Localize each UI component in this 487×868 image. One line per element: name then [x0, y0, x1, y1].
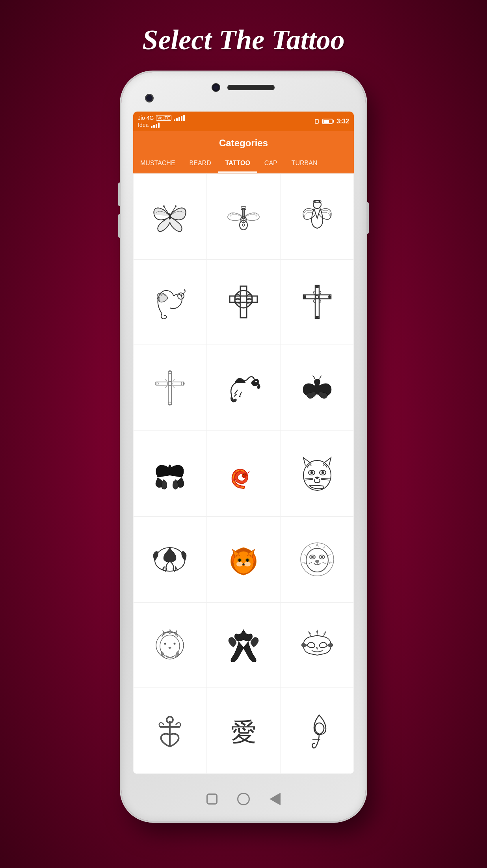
tab-cap[interactable]: CAP	[257, 155, 284, 173]
svg-line-47	[305, 479, 313, 480]
svg-point-14	[313, 201, 321, 209]
tattoo-item-dragon-horse[interactable]	[133, 259, 207, 345]
svg-line-31	[165, 379, 167, 381]
carrier2-label: Idea	[138, 122, 149, 128]
camera-area	[212, 84, 275, 91]
power-button[interactable]	[366, 202, 369, 234]
svg-point-55	[238, 559, 241, 562]
tattoo-item-tiger-flames[interactable]	[207, 516, 281, 602]
phone-frame: Jio 4G VoLTE Idea	[121, 72, 366, 821]
svg-point-73	[174, 643, 176, 644]
svg-line-34	[173, 386, 175, 388]
side-camera-icon	[145, 94, 154, 102]
signal-bars-2	[151, 123, 160, 128]
tattoo-item-wolf-tribal[interactable]	[133, 516, 207, 602]
volume-up-button[interactable]	[118, 183, 121, 206]
phone-screen: Jio 4G VoLTE Idea	[133, 112, 354, 774]
svg-point-5	[175, 205, 177, 207]
svg-point-67	[322, 562, 323, 563]
status-time: 3:32	[336, 118, 349, 125]
tattoo-item-butterfly[interactable]	[133, 173, 207, 259]
svg-point-4	[163, 205, 165, 207]
volte-badge: VoLTE	[156, 115, 171, 121]
speaker-icon	[227, 85, 275, 90]
tattoo-item-wolf-howl[interactable]	[207, 602, 281, 688]
status-bar: Jio 4G VoLTE Idea	[133, 112, 354, 131]
battery-icon	[322, 119, 334, 124]
tattoo-item-chinese-love[interactable]: 愛	[207, 688, 281, 774]
svg-rect-25	[156, 382, 184, 385]
tattoo-item-angel-wings[interactable]	[280, 173, 354, 259]
tab-turban[interactable]: TURBAN	[284, 155, 325, 173]
tattoo-item-tribal-bird[interactable]	[133, 431, 207, 517]
home-button[interactable]	[237, 793, 250, 805]
svg-point-20	[235, 291, 252, 308]
svg-rect-24	[168, 371, 171, 404]
tattoo-item-dragon-tribal[interactable]	[207, 345, 281, 431]
svg-point-40	[243, 474, 244, 475]
svg-point-45	[322, 471, 324, 474]
tattoo-item-celtic-cross[interactable]	[207, 259, 281, 345]
tattoo-item-decorative-mask[interactable]	[280, 602, 354, 688]
svg-rect-21	[315, 285, 319, 319]
svg-point-17	[181, 294, 182, 296]
tab-beard[interactable]: BEARD	[182, 155, 218, 173]
tab-mustache[interactable]: MUSTACHE	[133, 155, 182, 173]
svg-rect-0	[315, 119, 318, 123]
svg-point-65	[310, 562, 312, 563]
svg-point-52	[244, 562, 251, 566]
svg-point-35	[255, 381, 257, 382]
tattoo-item-ornate-lion[interactable]	[133, 602, 207, 688]
tattoo-item-simple-cross[interactable]	[133, 345, 207, 431]
phone-frame-container: Jio 4G VoLTE Idea	[121, 72, 366, 821]
svg-line-48	[321, 478, 330, 479]
tattoo-item-anchor[interactable]	[133, 688, 207, 774]
vibrate-icon	[314, 118, 320, 125]
app-header-title: Categories	[219, 138, 268, 148]
volume-down-button[interactable]	[118, 214, 121, 238]
front-camera-icon	[212, 84, 219, 91]
tattoo-item-tribal-swirl[interactable]	[280, 345, 354, 431]
svg-point-66	[309, 563, 310, 564]
tattoo-item-treble-clef[interactable]	[280, 688, 354, 774]
svg-point-44	[310, 471, 313, 474]
signal-bars-1	[174, 115, 185, 121]
svg-point-57	[301, 543, 334, 576]
home-navigation-area	[206, 793, 281, 805]
svg-line-49	[321, 479, 330, 480]
svg-point-61	[311, 556, 314, 558]
svg-line-46	[305, 478, 313, 479]
tattoo-grid: 愛	[133, 173, 354, 774]
svg-rect-19	[230, 296, 257, 302]
svg-point-51	[236, 562, 243, 566]
svg-line-33	[165, 386, 167, 388]
svg-point-63	[315, 560, 319, 563]
svg-text:愛: 愛	[230, 718, 256, 746]
svg-point-72	[164, 643, 166, 644]
svg-point-62	[321, 556, 323, 558]
svg-point-37	[314, 379, 320, 385]
apps-button[interactable]	[206, 793, 217, 805]
tab-tattoo[interactable]: TATTOO	[218, 155, 257, 173]
svg-point-23	[316, 295, 319, 298]
tattoo-item-tiger-face[interactable]	[280, 431, 354, 517]
back-button[interactable]	[270, 793, 281, 805]
tattoo-item-lion-face[interactable]	[280, 516, 354, 602]
tattoo-item-snake-color[interactable]	[207, 431, 281, 517]
svg-point-56	[246, 559, 249, 562]
svg-point-68	[324, 563, 325, 564]
status-left: Jio 4G VoLTE Idea	[138, 115, 185, 128]
svg-point-13	[242, 224, 245, 226]
status-right: 3:32	[314, 118, 349, 125]
app-header: Categories	[133, 131, 354, 155]
svg-line-32	[173, 379, 175, 381]
tattoo-item-ornate-cross[interactable]	[280, 259, 354, 345]
tattoo-item-guitar-wings[interactable]	[207, 173, 281, 259]
category-tabs: MUSTACHE BEARD TATTOO CAP TURBAN	[133, 155, 354, 173]
page-title: Select The Tattoo	[142, 24, 344, 56]
carrier1-label: Jio 4G	[138, 115, 154, 121]
